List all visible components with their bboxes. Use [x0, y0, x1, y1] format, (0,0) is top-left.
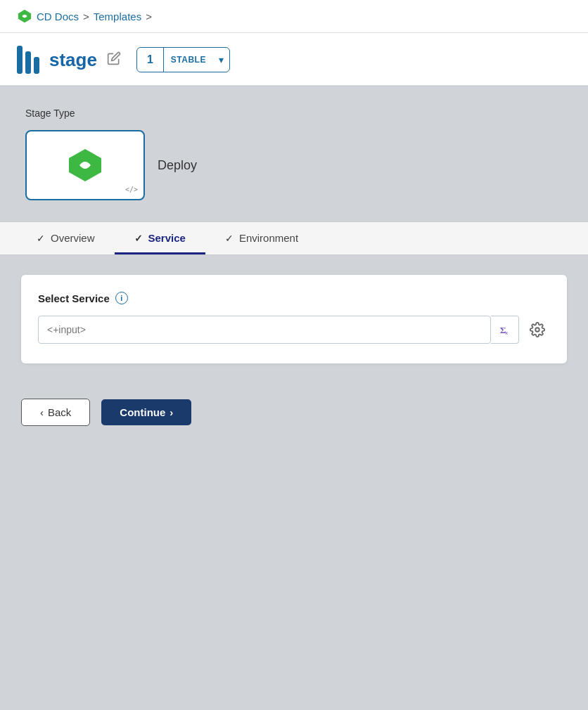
tab-environment-label: Environment	[239, 232, 298, 244]
info-icon[interactable]: i	[115, 292, 128, 304]
stage-header: stage 1 STABLE ▾	[0, 33, 588, 86]
version-tag: STABLE	[164, 55, 213, 65]
content-area: Select Service i Σ x	[0, 255, 588, 383]
select-service-label: Select Service	[38, 292, 110, 304]
breadcrumb-cd-docs[interactable]: CD Docs	[37, 11, 79, 22]
stage-title: stage	[49, 49, 97, 71]
back-button[interactable]: ‹ Back	[21, 399, 90, 426]
breadcrumb-bar: CD Docs > Templates >	[0, 0, 588, 33]
svg-rect-1	[17, 46, 23, 74]
chevron-down-icon: ▾	[213, 54, 229, 65]
tabs-bar: ✓ Overview ✓ Service ✓ Environment	[0, 221, 588, 255]
continue-button[interactable]: Continue ›	[101, 399, 191, 425]
svg-rect-2	[25, 51, 31, 74]
settings-button[interactable]	[525, 317, 550, 342]
tab-overview[interactable]: ✓ Overview	[17, 222, 115, 254]
service-card: Select Service i Σ x	[21, 275, 567, 363]
edit-icon[interactable]	[107, 51, 121, 68]
tab-overview-label: Overview	[51, 232, 95, 244]
svg-rect-3	[34, 57, 39, 74]
back-label: Back	[48, 406, 71, 418]
gear-icon	[530, 322, 545, 337]
stage-type-row: </> Deploy	[25, 130, 563, 200]
version-number: 1	[137, 48, 164, 72]
breadcrumb-sep1: >	[83, 11, 89, 22]
continue-chevron-icon: ›	[170, 406, 173, 418]
bottom-actions: ‹ Back Continue ›	[0, 383, 588, 441]
stage-type-card-deploy[interactable]: </>	[25, 130, 145, 200]
tab-service-label: Service	[148, 232, 186, 244]
harness-cd-icon	[67, 147, 103, 183]
stage-type-label: Stage Type	[25, 108, 563, 119]
code-badge: </>	[125, 186, 138, 193]
version-badge[interactable]: 1 STABLE ▾	[136, 47, 230, 72]
breadcrumb-templates[interactable]: Templates	[94, 11, 141, 22]
cd-docs-icon	[17, 8, 32, 24]
svg-point-7	[535, 328, 539, 332]
service-card-title: Select Service i	[38, 292, 550, 304]
sigma-icon: Σ x	[499, 323, 511, 336]
continue-label: Continue	[120, 406, 165, 418]
service-input[interactable]	[38, 316, 491, 344]
stage-type-section: Stage Type </> Deploy	[0, 86, 588, 221]
service-check-icon: ✓	[134, 233, 143, 244]
back-chevron-icon: ‹	[40, 406, 44, 418]
environment-check-icon: ✓	[225, 233, 234, 244]
expression-button[interactable]: Σ x	[491, 316, 519, 344]
tab-environment[interactable]: ✓ Environment	[205, 222, 318, 254]
harness-logo-icon	[17, 46, 39, 74]
overview-check-icon: ✓	[37, 233, 45, 244]
service-input-row: Σ x	[38, 316, 550, 344]
deploy-label: Deploy	[158, 158, 197, 173]
tab-service[interactable]: ✓ Service	[115, 222, 205, 254]
svg-text:x: x	[505, 330, 509, 336]
breadcrumb-sep2: >	[146, 11, 152, 22]
